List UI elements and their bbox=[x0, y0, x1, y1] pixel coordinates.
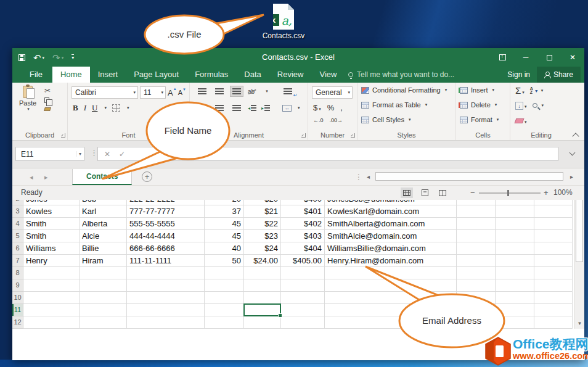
row-header-12[interactable]: 12 bbox=[12, 316, 23, 329]
scroll-right-icon[interactable]: ▸ bbox=[570, 171, 573, 182]
borders-icon[interactable] bbox=[112, 104, 120, 112]
sign-in-button[interactable]: Sign in bbox=[507, 67, 530, 83]
formula-bar-expand-button[interactable] bbox=[568, 149, 577, 158]
cell-C8[interactable] bbox=[127, 267, 205, 279]
cell-A11[interactable] bbox=[23, 304, 80, 316]
tell-me-box[interactable]: Tell me what you want to do... bbox=[348, 67, 454, 83]
cell-G10[interactable] bbox=[325, 292, 457, 304]
cell-H5[interactable] bbox=[457, 230, 496, 242]
cell-H11[interactable] bbox=[457, 304, 496, 316]
tab-view[interactable]: View bbox=[311, 67, 345, 83]
cell-I8[interactable] bbox=[496, 267, 534, 279]
cell-G3[interactable]: KowlesKarl@domain.com bbox=[325, 205, 457, 218]
paste-dropdown-icon[interactable]: ▾ bbox=[16, 107, 41, 112]
decrease-decimal-button[interactable]: .00→ bbox=[330, 117, 343, 123]
cell-E9[interactable] bbox=[244, 279, 281, 292]
cell-G11[interactable] bbox=[325, 304, 457, 316]
row-header-4[interactable]: 4 bbox=[12, 218, 23, 230]
cell-G7[interactable]: Henry.Hiram@domain.com bbox=[325, 255, 457, 267]
cell-C12[interactable] bbox=[127, 316, 205, 329]
paste-button[interactable]: Paste ▾ bbox=[15, 86, 41, 112]
cell-F12[interactable] bbox=[281, 316, 325, 329]
cell-J10[interactable] bbox=[534, 292, 573, 304]
page-layout-view-button[interactable] bbox=[419, 188, 431, 198]
cancel-icon[interactable]: ✕ bbox=[104, 150, 110, 159]
cell-J7[interactable] bbox=[534, 255, 573, 267]
row-header-10[interactable]: 10 bbox=[12, 292, 23, 304]
insert-cells-button[interactable]: Insert▾ bbox=[460, 86, 494, 94]
cell-H4[interactable] bbox=[457, 218, 496, 230]
cell-C7[interactable]: 111-11-1111 bbox=[127, 255, 205, 267]
cell-F6[interactable]: $404 bbox=[281, 242, 325, 255]
cell-J8[interactable] bbox=[534, 267, 573, 279]
ribbon-display-options-button[interactable] bbox=[491, 48, 514, 67]
conditional-formatting-button[interactable]: Conditional Formatting▾ bbox=[361, 86, 447, 94]
fill-button[interactable]: ↓▾ bbox=[515, 101, 527, 110]
cell-styles-button[interactable]: Cell Styles▾ bbox=[361, 116, 410, 123]
cell-C5[interactable]: 444-44-4444 bbox=[127, 230, 205, 242]
formula-input[interactable]: ✕ ✓ bbox=[97, 147, 558, 161]
cell-F3[interactable]: $401 bbox=[281, 205, 325, 218]
row-header-3[interactable]: 3 bbox=[12, 205, 23, 218]
cell-A8[interactable] bbox=[23, 267, 80, 279]
zoom-in-button[interactable]: + bbox=[544, 186, 549, 200]
underline-dropdown-icon[interactable]: ▾ bbox=[104, 105, 107, 110]
cell-H3[interactable] bbox=[457, 205, 496, 218]
zoom-out-button[interactable]: − bbox=[470, 186, 475, 200]
cell-D5[interactable]: 45 bbox=[205, 230, 244, 242]
row-header-5[interactable]: 5 bbox=[12, 230, 23, 242]
cell-A10[interactable] bbox=[23, 292, 80, 304]
cell-I6[interactable] bbox=[496, 242, 534, 255]
cell-E3[interactable]: $21 bbox=[244, 205, 281, 218]
sheet-nav-left-icon[interactable]: ◂ bbox=[30, 168, 33, 186]
cell-C10[interactable] bbox=[127, 292, 205, 304]
tab-insert[interactable]: Insert bbox=[90, 67, 126, 83]
wrap-text-icon[interactable] bbox=[282, 86, 294, 96]
cell-D6[interactable]: 40 bbox=[205, 242, 244, 255]
cell-J3[interactable] bbox=[534, 205, 573, 218]
new-sheet-button[interactable]: + bbox=[142, 171, 152, 182]
cell-B9[interactable] bbox=[80, 279, 127, 292]
csv-file-icon[interactable]: a, x Contacts.csv bbox=[254, 4, 313, 40]
cell-D7[interactable]: 50 bbox=[205, 255, 244, 267]
horizontal-scrollbar[interactable]: ◂ ▸ bbox=[367, 171, 573, 182]
cell-B3[interactable]: Karl bbox=[80, 205, 127, 218]
cell-B7[interactable]: Hiram bbox=[80, 255, 127, 267]
maximize-button[interactable] bbox=[537, 48, 561, 67]
format-painter-icon[interactable] bbox=[44, 107, 51, 111]
increase-indent-icon[interactable]: ▸ bbox=[261, 105, 270, 111]
cell-C6[interactable]: 666-66-6666 bbox=[127, 242, 205, 255]
cell-F8[interactable] bbox=[281, 267, 325, 279]
sheet-nav-right-icon[interactable]: ▸ bbox=[44, 168, 48, 186]
cell-C11[interactable] bbox=[127, 304, 205, 316]
clipboard-dialog-launcher-icon[interactable] bbox=[61, 133, 65, 138]
cell-F7[interactable]: $405.00 bbox=[281, 255, 325, 267]
cell-B5[interactable]: Alcie bbox=[80, 230, 127, 242]
cell-G5[interactable]: SmithAlcie@domain.com bbox=[325, 230, 457, 242]
tab-data[interactable]: Data bbox=[236, 67, 269, 83]
normal-view-button[interactable] bbox=[401, 188, 413, 198]
scroll-down-icon[interactable]: ▼ bbox=[574, 319, 585, 329]
cell-F5[interactable]: $403 bbox=[281, 230, 325, 242]
cell-I9[interactable] bbox=[496, 279, 534, 292]
row-header-9[interactable]: 9 bbox=[12, 279, 23, 292]
merge-dropdown-icon[interactable]: ▾ bbox=[298, 105, 300, 110]
italic-button[interactable]: I bbox=[84, 103, 86, 113]
cell-F4[interactable]: $402 bbox=[281, 218, 325, 230]
cell-E7[interactable]: $24.00 bbox=[244, 255, 281, 267]
font-dialog-launcher-icon[interactable] bbox=[183, 133, 187, 138]
cell-J6[interactable] bbox=[534, 242, 573, 255]
cell-B6[interactable]: Billie bbox=[80, 242, 127, 255]
cell-A9[interactable] bbox=[23, 279, 80, 292]
tab-formulas[interactable]: Formulas bbox=[187, 67, 236, 83]
align-left-icon[interactable] bbox=[196, 103, 208, 113]
cell-E5[interactable]: $23 bbox=[244, 230, 281, 242]
cell-H6[interactable] bbox=[457, 242, 496, 255]
tab-page-layout[interactable]: Page Layout bbox=[126, 67, 187, 83]
tab-home[interactable]: Home bbox=[52, 67, 90, 83]
bottom-align-icon[interactable] bbox=[231, 86, 243, 96]
middle-align-icon[interactable] bbox=[213, 86, 226, 96]
cell-J9[interactable] bbox=[534, 279, 573, 292]
orientation-dropdown-icon[interactable]: ▾ bbox=[266, 89, 268, 94]
zoom-slider-knob[interactable] bbox=[507, 190, 509, 196]
